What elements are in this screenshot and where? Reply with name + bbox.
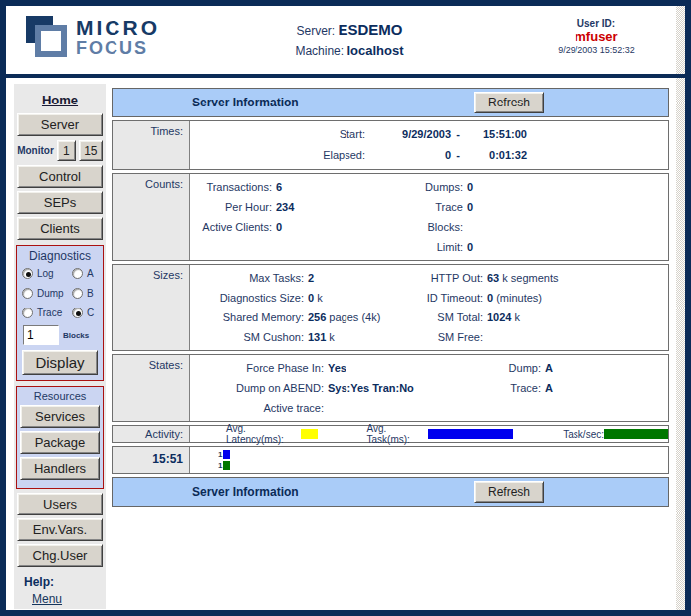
sm-total-field: SM Total: 1024k: [405, 308, 668, 327]
page-header: MICRO FOCUS Server: ESDEMO Machine: loca…: [6, 6, 685, 74]
trace-radio-label: Trace: [37, 308, 62, 318]
elapsed-dash: -: [451, 145, 465, 166]
elapsed-time-line: Elapsed: 0 - 0:01:32: [190, 145, 668, 166]
server-button[interactable]: Server: [17, 113, 103, 136]
diagnostics-size-field: Diagnostics Size: 0k: [190, 288, 405, 308]
refresh-button-top[interactable]: Refresh: [474, 92, 544, 113]
max-tasks-field: Max Tasks: 2: [190, 268, 405, 288]
help-section: Help: Menu This Page Contents: [24, 575, 106, 616]
sizes-row-label: Sizes:: [113, 265, 190, 350]
env-vars-button[interactable]: Env.Vars.: [17, 518, 103, 541]
seps-button[interactable]: SEPs: [17, 191, 103, 214]
timeline-blue-bar: [223, 450, 230, 459]
clients-button[interactable]: Clients: [17, 217, 103, 240]
machine-label: Machine:: [295, 44, 344, 58]
chg-user-button[interactable]: Chg.User: [17, 544, 103, 567]
task-per-sec-bar: [604, 429, 668, 439]
resources-title: Resources: [17, 390, 103, 402]
user-id-label: User ID:: [542, 18, 651, 29]
help-this-page-link[interactable]: This Page: [32, 608, 106, 616]
b-radio-item: B: [72, 288, 104, 299]
timeline-time-label: 15:51: [113, 447, 190, 473]
services-button[interactable]: Services: [20, 405, 100, 428]
timeline-row: 15:51 1 1: [112, 446, 669, 474]
server-information-top-bar: Server Information Refresh: [112, 88, 669, 117]
refresh-button-bottom[interactable]: Refresh: [474, 481, 544, 503]
task-per-sec-legend: Task/sec:: [563, 429, 668, 440]
elapsed-days-value: 0: [365, 145, 451, 166]
sm-cushon-field: SM Cushon: 131k: [190, 327, 405, 347]
avg-latency-swatch: [301, 429, 318, 439]
server-identity: Server: ESDEMO Machine: localhost: [235, 20, 464, 61]
log-radio-label: Log: [37, 268, 54, 279]
logo-text-micro: MICRO: [76, 18, 160, 38]
logo-text-focus: FOCUS: [76, 38, 160, 58]
active-clients-field: Active Clients: 0: [190, 217, 405, 237]
per-hour-field: Per Hour: 234: [190, 197, 405, 217]
help-label: Help:: [24, 575, 106, 589]
avg-task-legend: Avg. Task(ms):: [367, 423, 514, 445]
sizes-row: Sizes: Max Tasks: 2 Diagnostics Size: 0k…: [112, 264, 669, 351]
b-radio[interactable]: [72, 288, 83, 299]
main-panel: Server Information Refresh Times: Start:…: [112, 88, 669, 510]
user-id-value: mfuser: [542, 29, 651, 45]
sm-free-field: SM Free:: [405, 327, 668, 347]
avg-task-bar: [428, 429, 514, 439]
trace-radio-item: Trace: [22, 308, 72, 318]
timestamp: 9/29/2003 15:52:32: [542, 45, 651, 55]
logo-square-front-icon: [35, 25, 67, 57]
id-timeout-field: ID Timeout: 0(minutes): [405, 288, 668, 308]
log-radio[interactable]: [22, 268, 33, 279]
server-label: Server:: [296, 24, 335, 38]
server-name: ESDEMO: [339, 21, 403, 38]
start-dash: -: [451, 124, 465, 145]
c-radio[interactable]: [72, 308, 83, 318]
a-radio[interactable]: [72, 268, 83, 279]
start-time-line: Start: 9/29/2003 - 15:51:00: [190, 124, 668, 145]
activity-row-label: Activity:: [113, 426, 190, 442]
help-menu-link[interactable]: Menu: [32, 591, 106, 608]
dumps-field: Dumps: 0: [405, 177, 668, 197]
dump-radio-label: Dump: [37, 288, 64, 299]
elapsed-label: Elapsed:: [190, 145, 365, 166]
counts-row: Counts: Transactions: 6 Per Hour: 234 Ac…: [112, 173, 669, 261]
c-radio-item: C: [72, 308, 104, 318]
dump-state-field: Dump: A: [453, 358, 668, 378]
dump-radio-item: Dump: [22, 288, 72, 299]
times-row: Times: Start: 9/29/2003 - 15:51:00 Elaps…: [112, 120, 669, 170]
sidebar: Home Server Monitor 1 15 Control SEPs Cl…: [14, 84, 106, 609]
dump-radio[interactable]: [22, 288, 33, 299]
trace-radio[interactable]: [22, 308, 33, 318]
http-out-field: HTTP Out: 63k segments: [405, 268, 668, 288]
times-row-label: Times:: [113, 121, 190, 169]
a-radio-label: A: [87, 268, 94, 279]
start-date-value: 9/29/2003: [365, 124, 451, 145]
package-button[interactable]: Package: [20, 431, 100, 454]
users-button[interactable]: Users: [17, 493, 103, 515]
diagnostics-title: Diagnostics: [17, 249, 103, 263]
control-button[interactable]: Control: [17, 165, 103, 188]
page-title: Server Information: [192, 96, 299, 109]
micro-focus-logo: MICRO FOCUS: [26, 14, 165, 66]
avg-latency-legend: Avg. Latency(ms):: [226, 423, 318, 445]
user-info: User ID: mfuser 9/29/2003 15:52:32: [542, 18, 651, 55]
dump-on-abend-field: Dump on ABEND: Sys:Yes Tran:No: [190, 378, 453, 398]
monitor-count-button[interactable]: 15: [79, 140, 103, 161]
shared-memory-field: Shared Memory: 256pages (4k): [190, 308, 405, 327]
server-information-bottom-bar: Server Information Refresh: [112, 477, 669, 507]
blocks-input[interactable]: [23, 325, 59, 345]
display-button[interactable]: Display: [22, 350, 98, 375]
c-radio-label: C: [87, 308, 94, 318]
states-row: States: Force Phase In: Yes Dump on ABEN…: [112, 354, 669, 422]
app-window: MICRO FOCUS Server: ESDEMO Machine: loca…: [0, 0, 691, 616]
log-radio-item: Log: [22, 268, 72, 279]
monitor-interval-button[interactable]: 1: [57, 140, 76, 161]
handlers-button[interactable]: Handlers: [20, 457, 100, 480]
home-link[interactable]: Home: [14, 93, 106, 107]
limit-field: Limit: 0: [405, 237, 668, 257]
states-row-label: States:: [113, 355, 190, 421]
timeline-task-entry: 1: [218, 449, 668, 460]
active-trace-field: Active trace:: [190, 398, 453, 418]
machine-name: localhost: [346, 43, 403, 58]
counts-row-label: Counts:: [113, 174, 190, 260]
